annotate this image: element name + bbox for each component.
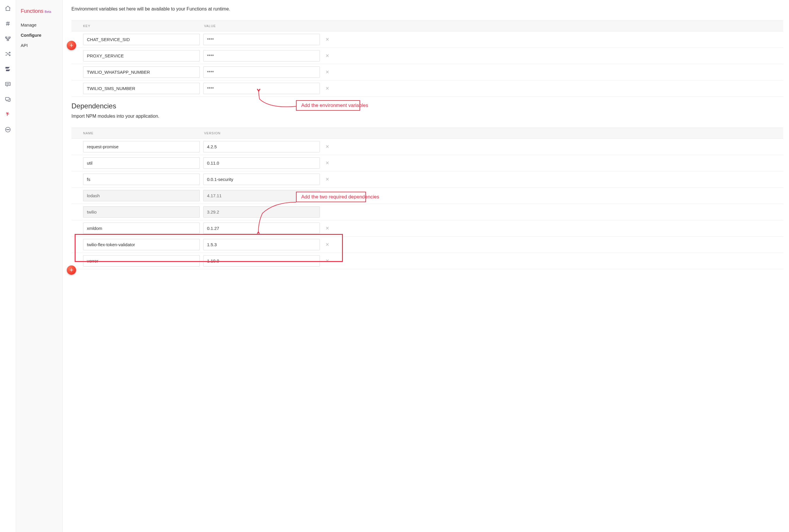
env-row: ✕ [71, 32, 783, 48]
flex-icon[interactable] [5, 66, 11, 72]
svg-point-9 [7, 83, 8, 84]
dep-name-input [83, 190, 200, 201]
env-row: ✕ [71, 48, 783, 64]
delete-env-button[interactable]: ✕ [323, 69, 331, 75]
svg-rect-6 [7, 40, 9, 41]
annotation-env: Add the environment variables [296, 100, 360, 111]
env-key-input[interactable] [83, 66, 200, 78]
delete-dep-button[interactable]: ✕ [323, 226, 331, 231]
dep-row: ✕ [71, 188, 783, 204]
shuffle-icon[interactable] [5, 51, 11, 57]
env-key-input[interactable] [83, 83, 200, 94]
env-row: ✕ [71, 64, 783, 80]
dep-row: ✕ [71, 155, 783, 171]
delete-dep-button[interactable]: ✕ [323, 242, 331, 247]
svg-point-16 [9, 129, 9, 130]
dep-name-input[interactable] [83, 157, 200, 169]
svg-rect-4 [5, 37, 7, 38]
deps-header-version: VERSION [204, 131, 221, 135]
delete-env-button[interactable]: ✕ [323, 86, 331, 91]
dep-row: ✕ [71, 171, 783, 188]
env-row: ✕ [71, 80, 783, 97]
env-table-header: KEY VALUE [71, 20, 783, 32]
dep-name-input[interactable] [83, 141, 200, 152]
dep-version-input[interactable] [203, 223, 320, 234]
sidebar: Functions Beta ManageConfigureAPI [16, 0, 63, 532]
sidebar-title: Functions Beta [21, 8, 62, 14]
dep-row: ✕ [71, 204, 783, 220]
dep-version-input[interactable] [203, 174, 320, 185]
dep-name-input[interactable] [83, 174, 200, 185]
svg-rect-11 [5, 98, 9, 100]
dep-row: ✕ [71, 253, 783, 269]
hash-icon[interactable] [5, 20, 11, 27]
env-header-key: KEY [83, 24, 204, 28]
main-content: Environment variables set here will be a… [63, 0, 789, 532]
deps-table: + NAME VERSION ✕✕✕✕✕✕✕✕ [71, 128, 783, 269]
svg-point-8 [6, 83, 7, 84]
sidebar-item-configure[interactable]: Configure [21, 33, 62, 38]
dep-version-input [203, 206, 320, 217]
sidebar-title-text: Functions [21, 8, 43, 14]
env-value-input[interactable] [203, 66, 320, 78]
studio-icon[interactable] [5, 36, 11, 42]
svg-line-3 [8, 22, 9, 26]
add-dep-button[interactable]: + [67, 265, 76, 275]
deps-table-header: NAME VERSION [71, 128, 783, 139]
svg-rect-5 [9, 37, 11, 38]
delete-dep-button[interactable]: ✕ [323, 160, 331, 166]
env-header-value: VALUE [204, 24, 216, 28]
sidebar-item-manage[interactable]: Manage [21, 22, 62, 27]
env-description: Environment variables set here will be a… [71, 6, 783, 12]
delete-env-button[interactable]: ✕ [323, 53, 331, 59]
deps-title: Dependencies [71, 102, 783, 110]
dep-row: ✕ [71, 220, 783, 236]
dep-name-input[interactable] [83, 239, 200, 250]
more-icon[interactable] [5, 127, 11, 133]
env-table: + KEY VALUE ✕✕✕✕ [71, 20, 783, 97]
dep-name-input[interactable] [83, 255, 200, 267]
env-value-input[interactable] [203, 34, 320, 45]
dep-row: ✕ [71, 139, 783, 155]
env-key-input[interactable] [83, 34, 200, 45]
dep-version-input[interactable] [203, 255, 320, 267]
annotation-deps: Add the two required dependencies [296, 192, 366, 202]
svg-point-15 [7, 129, 8, 130]
icon-sidebar [0, 0, 16, 532]
delete-env-button[interactable]: ✕ [323, 37, 331, 42]
chat-icon[interactable] [5, 81, 11, 88]
delete-dep-button[interactable]: ✕ [323, 144, 331, 150]
env-value-input[interactable] [203, 50, 320, 61]
dep-row: ✕ [71, 236, 783, 253]
svg-line-2 [7, 22, 7, 26]
dep-version-input[interactable] [203, 141, 320, 152]
delete-dep-button[interactable]: ✕ [323, 176, 331, 182]
home-icon[interactable] [5, 5, 11, 12]
env-key-input[interactable] [83, 50, 200, 61]
dep-name-input[interactable] [83, 223, 200, 234]
functions-icon[interactable] [5, 111, 11, 118]
deps-description: Import NPM modules into your application… [71, 114, 783, 119]
dep-version-input[interactable] [203, 239, 320, 250]
env-value-input[interactable] [203, 83, 320, 94]
add-env-button[interactable]: + [67, 41, 76, 50]
svg-point-10 [9, 83, 9, 84]
dep-name-input [83, 206, 200, 217]
deps-header-name: NAME [83, 131, 204, 135]
conversation-icon[interactable] [5, 96, 11, 102]
sidebar-beta-badge: Beta [44, 10, 51, 14]
sidebar-item-api[interactable]: API [21, 43, 62, 48]
svg-point-14 [6, 129, 7, 130]
delete-dep-button[interactable]: ✕ [323, 258, 331, 264]
dep-version-input[interactable] [203, 157, 320, 169]
